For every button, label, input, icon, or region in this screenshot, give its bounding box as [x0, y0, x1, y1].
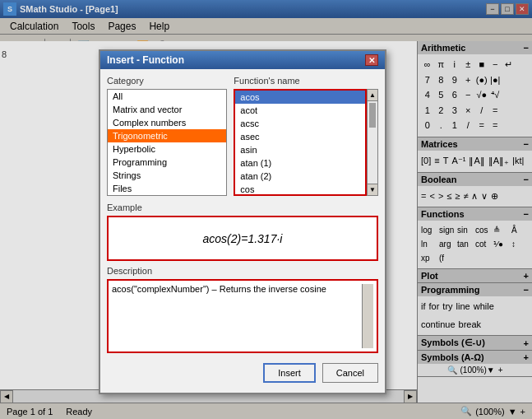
- category-hyperbolic[interactable]: Hyperbolic: [108, 142, 226, 156]
- fn-acot[interactable]: acot: [235, 104, 365, 117]
- description-label: Description: [107, 266, 378, 276]
- category-matrix[interactable]: Matrix and vector: [108, 103, 226, 116]
- fn-atan2[interactable]: atan (2): [235, 170, 365, 183]
- category-strings[interactable]: Strings: [108, 169, 226, 182]
- category-column: Category All Matrix and vector Complex n…: [107, 76, 227, 196]
- category-list[interactable]: All Matrix and vector Complex numbers Tr…: [107, 89, 227, 196]
- desc-scrollbar[interactable]: [362, 284, 373, 348]
- fn-cos[interactable]: cos: [235, 183, 365, 196]
- main-window: S SMath Studio - [Page1] − □ ✕ Calculati…: [0, 0, 532, 419]
- fn-atan1[interactable]: atan (1): [235, 156, 365, 170]
- dialog-lists-row: Category All Matrix and vector Complex n…: [107, 76, 378, 196]
- dialog-footer: Insert Cancel: [107, 360, 378, 386]
- dialog-overlay: Insert - Function ✕ Category All Matrix …: [0, 0, 532, 419]
- example-text: acos(2)=1.317·i: [203, 232, 283, 245]
- example-label: Example: [107, 203, 378, 212]
- dialog-body: Category All Matrix and vector Complex n…: [100, 69, 385, 393]
- category-files[interactable]: Files: [108, 182, 226, 195]
- insert-function-dialog: Insert - Function ✕ Category All Matrix …: [99, 49, 386, 394]
- dialog-close-button[interactable]: ✕: [365, 54, 378, 66]
- description-box: acos("complexNumber") – Returns the inve…: [107, 279, 378, 353]
- function-list-wrapper: acos acot acsc asec asin atan (1) atan (…: [234, 89, 378, 196]
- function-name-label: Function's name: [234, 76, 378, 86]
- dialog-title: Insert - Function: [107, 54, 184, 66]
- cancel-button[interactable]: Cancel: [322, 363, 378, 383]
- example-section: Example acos(2)=1.317·i: [107, 203, 378, 261]
- function-name-column: Function's name acos acot acsc asec asin…: [234, 76, 378, 196]
- description-text: acos("complexNumber") – Returns the inve…: [112, 284, 326, 294]
- category-programming[interactable]: Programming: [108, 156, 226, 169]
- scroll-up-btn[interactable]: ▲: [368, 90, 377, 101]
- scroll-track: [368, 101, 377, 184]
- category-label: Category: [107, 76, 227, 86]
- scroll-down-btn[interactable]: ▼: [368, 184, 377, 195]
- category-trig[interactable]: Trigonometric: [108, 129, 226, 142]
- fn-acsc[interactable]: acsc: [235, 117, 365, 130]
- fn-acos[interactable]: acos: [235, 91, 365, 104]
- fn-asin[interactable]: asin: [235, 143, 365, 156]
- fn-asec[interactable]: asec: [235, 130, 365, 143]
- category-all[interactable]: All: [108, 90, 226, 103]
- insert-button[interactable]: Insert: [263, 363, 316, 383]
- category-complex[interactable]: Complex numbers: [108, 116, 226, 129]
- scroll-thumb[interactable]: [369, 103, 376, 128]
- function-list-scrollbar[interactable]: ▲ ▼: [367, 89, 378, 196]
- dialog-title-bar: Insert - Function ✕: [100, 51, 385, 69]
- example-box: acos(2)=1.317·i: [107, 216, 378, 261]
- function-list[interactable]: acos acot acsc asec asin atan (1) atan (…: [234, 89, 367, 196]
- description-section: Description acos("complexNumber") – Retu…: [107, 266, 378, 353]
